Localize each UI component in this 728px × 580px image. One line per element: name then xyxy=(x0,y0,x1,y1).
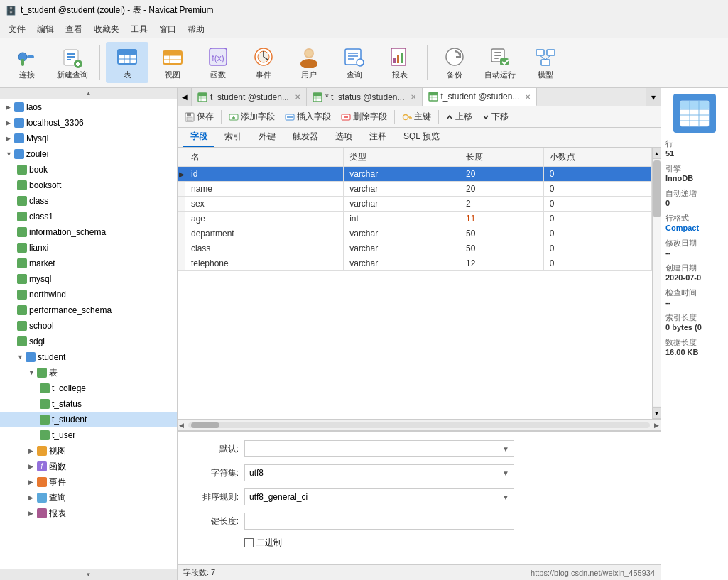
sub-tab-options[interactable]: 选项 xyxy=(328,128,359,147)
primary-key-btn[interactable]: 主键 xyxy=(398,109,435,124)
add-field-btn[interactable]: 添加字段 xyxy=(224,109,279,124)
binary-checkbox[interactable] xyxy=(244,538,254,547)
tab-close-3[interactable]: ✕ xyxy=(525,93,531,101)
sidebar-item-views-folder[interactable]: ▶ 视图 xyxy=(0,443,177,459)
sidebar-item-functions-folder[interactable]: ▶ f 函数 xyxy=(0,459,177,474)
delete-field-btn[interactable]: 删除字段 xyxy=(337,109,391,124)
table-row[interactable]: telephone varchar 12 0 xyxy=(178,256,652,271)
tab-t-student-1[interactable]: t_student @studen... ✕ xyxy=(192,88,307,106)
sidebar-item-t-status[interactable]: t_status xyxy=(0,396,177,412)
sidebar-scroll-up[interactable]: ▲ xyxy=(0,88,177,99)
table-row[interactable]: sex varchar 2 0 xyxy=(178,197,652,212)
h-scroll[interactable]: ◀ ▶ xyxy=(178,419,661,430)
sidebar-item-localhost[interactable]: ▶ localhost_3306 xyxy=(0,115,177,131)
toolbar-view[interactable]: 视图 xyxy=(151,42,194,83)
sidebar-item-zoulei[interactable]: ▼ zoulei xyxy=(0,146,177,162)
menu-view[interactable]: 查看 xyxy=(60,22,88,37)
sub-tab-fields[interactable]: 字段 xyxy=(183,128,214,147)
menu-help[interactable]: 帮助 xyxy=(182,22,210,37)
sidebar-item-mysql[interactable]: mysql xyxy=(0,271,177,287)
tab-close-1[interactable]: ✕ xyxy=(295,93,300,101)
field-name-id[interactable]: id xyxy=(185,167,344,182)
toolbar-table[interactable]: 表 xyxy=(106,42,148,83)
sidebar-item-laos[interactable]: ▶ laos xyxy=(0,99,177,115)
field-decimal-class[interactable]: 0 xyxy=(543,241,651,256)
table-scroll-area[interactable]: 名 类型 长度 小数点 ▶ id varchar xyxy=(178,148,652,419)
toolbar-backup[interactable]: 备份 xyxy=(433,42,476,83)
toolbar-connect[interactable]: 连接 xyxy=(6,42,48,83)
toolbar-user[interactable]: 用户 xyxy=(288,42,330,83)
menu-favorites[interactable]: 收藏夹 xyxy=(88,22,125,37)
sidebar-item-lianxi[interactable]: lianxi xyxy=(0,240,177,256)
toolbar-model[interactable]: 模型 xyxy=(524,42,567,83)
field-name-class[interactable]: class xyxy=(185,241,344,256)
key-length-input[interactable] xyxy=(244,513,514,530)
table-row[interactable]: department varchar 50 0 xyxy=(178,226,652,241)
menu-tools[interactable]: 工具 xyxy=(125,22,153,37)
move-up-btn[interactable]: 上移 xyxy=(442,109,477,124)
field-decimal-age[interactable]: 0 xyxy=(543,212,651,226)
sidebar-item-information-schema[interactable]: information_schema xyxy=(0,224,177,240)
hscroll-right-btn[interactable]: ▶ xyxy=(653,422,661,429)
vscroll-up-btn[interactable]: ▲ xyxy=(653,148,661,159)
sidebar-item-t-user[interactable]: t_user xyxy=(0,427,177,443)
save-btn[interactable]: 保存 xyxy=(180,109,218,124)
field-name-sex[interactable]: sex xyxy=(185,197,344,212)
field-name-dept[interactable]: department xyxy=(185,226,344,241)
sub-tab-triggers[interactable]: 触发器 xyxy=(286,128,325,147)
sub-tab-comment[interactable]: 注释 xyxy=(362,128,393,147)
field-type-id[interactable]: varchar xyxy=(344,167,460,182)
sidebar-item-book[interactable]: book xyxy=(0,162,177,177)
menu-window[interactable]: 窗口 xyxy=(153,22,182,37)
tab-t-student-2[interactable]: t_student @studen... ✕ xyxy=(423,88,538,106)
h-scroll-track[interactable] xyxy=(188,422,650,428)
h-scroll-thumb[interactable] xyxy=(191,422,219,428)
sidebar-item-northwind[interactable]: northwind xyxy=(0,287,177,302)
toolbar-new-query[interactable]: 新建查询 xyxy=(51,42,94,83)
field-type-dept[interactable]: varchar xyxy=(344,226,460,241)
sidebar-item-student-db[interactable]: ▼ student xyxy=(0,349,177,365)
toolbar-function[interactable]: f(x) 函数 xyxy=(197,42,239,83)
field-length-id[interactable]: 20 xyxy=(460,167,543,182)
sidebar-item-class[interactable]: class xyxy=(0,193,177,209)
field-length-age[interactable]: 11 xyxy=(460,212,543,226)
menu-file[interactable]: 文件 xyxy=(3,22,31,37)
tab-nav-left[interactable]: ◀ xyxy=(178,88,192,106)
field-length-sex[interactable]: 2 xyxy=(460,197,543,212)
table-row[interactable]: ▶ id varchar 20 0 xyxy=(178,167,652,182)
field-decimal-telephone[interactable]: 0 xyxy=(543,256,651,271)
toolbar-autorun[interactable]: 自动运行 xyxy=(479,42,521,83)
field-length-class[interactable]: 50 xyxy=(460,241,543,256)
sidebar-item-perf-schema[interactable]: performance_schema xyxy=(0,302,177,318)
table-vscroll[interactable]: ▲ ▼ xyxy=(652,148,661,419)
field-type-telephone[interactable]: varchar xyxy=(344,256,460,271)
table-row[interactable]: class varchar 50 0 xyxy=(178,241,652,256)
collation-dropdown-arrow[interactable]: ▼ xyxy=(502,493,509,501)
field-name-name[interactable]: name xyxy=(185,182,344,197)
collation-select[interactable]: utf8_general_ci ▼ xyxy=(244,488,514,505)
sidebar-item-t-college[interactable]: t_college xyxy=(0,381,177,396)
field-decimal-id[interactable]: 0 xyxy=(543,167,651,182)
field-type-name[interactable]: varchar xyxy=(344,182,460,197)
field-name-age[interactable]: age xyxy=(185,212,344,226)
sub-tab-indexes[interactable]: 索引 xyxy=(217,128,249,147)
sidebar-item-market[interactable]: market xyxy=(0,256,177,271)
field-type-sex[interactable]: varchar xyxy=(344,197,460,212)
default-dropdown-arrow[interactable]: ▼ xyxy=(502,445,509,453)
sidebar-item-class1[interactable]: class1 xyxy=(0,209,177,224)
sidebar-item-booksoft[interactable]: booksoft xyxy=(0,177,177,193)
toolbar-query[interactable]: 查询 xyxy=(333,42,376,83)
field-decimal-dept[interactable]: 0 xyxy=(543,226,651,241)
binary-checkbox-container[interactable]: 二进制 xyxy=(244,537,282,549)
vscroll-thumb[interactable] xyxy=(653,160,661,217)
sidebar-item-mysql-db[interactable]: ▶ Mysql xyxy=(0,131,177,146)
insert-field-btn[interactable]: 插入字段 xyxy=(281,109,335,124)
toolbar-report[interactable]: 报表 xyxy=(379,42,421,83)
tab-close-2[interactable]: ✕ xyxy=(411,93,416,101)
tab-t-status[interactable]: * t_status @studen... ✕ xyxy=(307,88,423,106)
move-down-btn[interactable]: 下移 xyxy=(478,109,513,124)
sidebar-item-school[interactable]: school xyxy=(0,318,177,334)
field-decimal-sex[interactable]: 0 xyxy=(543,197,651,212)
sidebar-item-sdgl[interactable]: sdgl xyxy=(0,334,177,349)
sidebar-item-queries-folder[interactable]: ▶ 查询 xyxy=(0,490,177,505)
